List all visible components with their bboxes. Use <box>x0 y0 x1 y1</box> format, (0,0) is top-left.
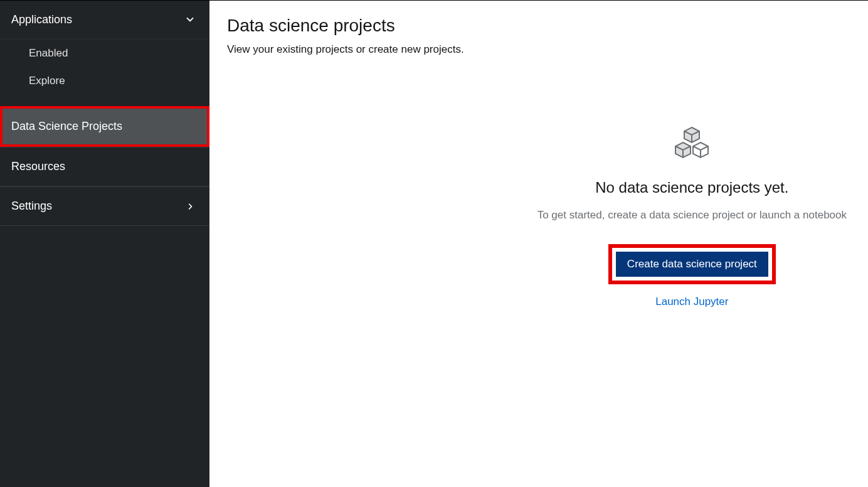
sidebar-section-applications[interactable]: Applications <box>0 1 209 40</box>
applications-label: Applications <box>11 13 72 26</box>
sidebar-subitem-enabled[interactable]: Enabled <box>0 40 209 67</box>
create-button-highlight: Create data science project <box>608 244 776 284</box>
page-subtitle: View your existing projects or create ne… <box>227 43 850 56</box>
page-title: Data science projects <box>227 16 850 36</box>
sidebar-section-settings[interactable]: Settings <box>0 186 209 226</box>
main-content: Data science projects View your existing… <box>209 1 868 487</box>
empty-state-inner: No data science projects yet. To get sta… <box>537 125 847 308</box>
empty-state: No data science projects yet. To get sta… <box>227 125 850 308</box>
settings-label: Settings <box>11 200 52 213</box>
chevron-right-icon <box>187 203 194 210</box>
applications-subitems: Enabled Explore <box>0 40 209 106</box>
sidebar-subitem-explore[interactable]: Explore <box>0 67 209 95</box>
sidebar-item-resources[interactable]: Resources <box>0 147 209 186</box>
create-project-button[interactable]: Create data science project <box>616 252 768 277</box>
launch-jupyter-link[interactable]: Launch Jupyter <box>655 296 728 308</box>
empty-title: No data science projects yet. <box>595 179 788 196</box>
sidebar: Applications Enabled Explore Data Scienc… <box>0 1 209 487</box>
cubes-icon <box>672 125 712 161</box>
chevron-down-icon <box>186 16 194 24</box>
resources-label: Resources <box>11 160 65 173</box>
sidebar-item-data-science-projects[interactable]: Data Science Projects <box>0 106 209 147</box>
empty-description: To get started, create a data science pr… <box>537 209 847 222</box>
